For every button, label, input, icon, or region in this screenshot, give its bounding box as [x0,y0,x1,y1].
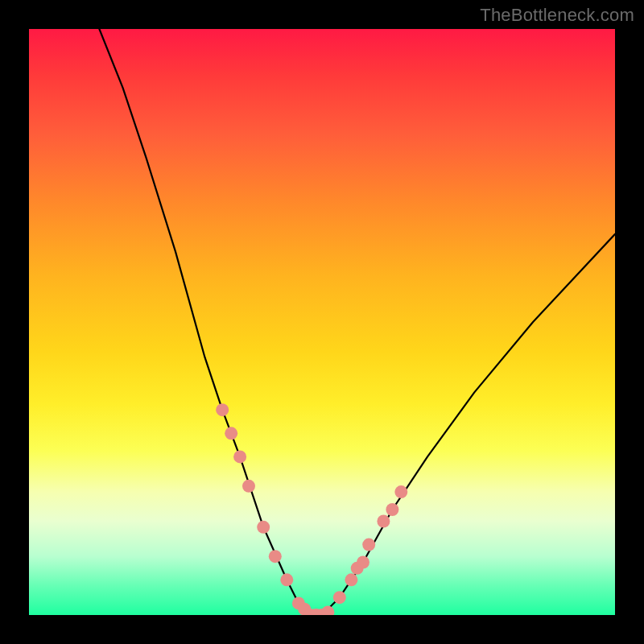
plot-area [29,29,615,615]
highlight-dot [345,573,357,586]
highlight-dot [333,591,346,604]
highlight-dot [386,503,398,516]
highlight-dot [280,573,293,586]
highlight-dot [216,403,229,416]
highlight-dot [269,550,282,563]
highlight-dot [394,485,407,498]
highlight-dot [377,515,390,528]
highlight-dot [233,450,246,463]
highlight-dot [257,521,270,534]
curve-layer [29,29,615,615]
highlight-dot [357,556,369,569]
chart-frame: TheBottleneck.com [0,0,644,644]
highlight-dot [225,427,237,440]
highlight-dot [321,605,334,615]
highlight-dot [242,480,255,493]
highlight-dot [362,539,375,551]
watermark-text: TheBottleneck.com [480,5,634,26]
bottleneck-curve [99,29,615,615]
